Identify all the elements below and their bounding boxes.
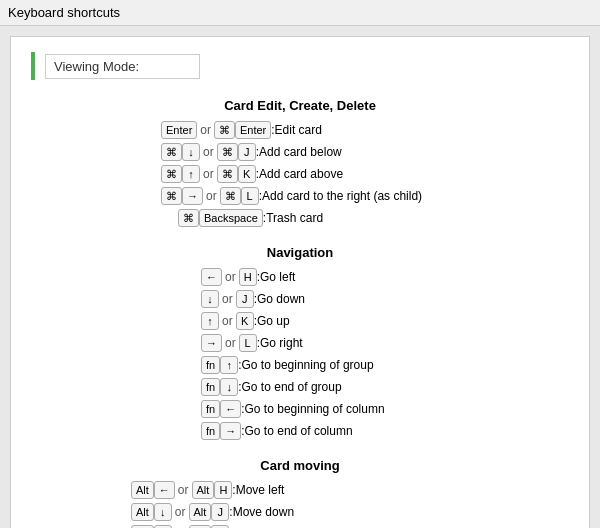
shortcut-row: Enter or ⌘ Enter :Edit card xyxy=(161,121,569,139)
kbd-down: ↓ xyxy=(154,503,172,521)
viewing-mode-label: Viewing Mode: xyxy=(45,54,200,79)
kbd-cmd2: ⌘ xyxy=(220,187,241,205)
kbd-alt2: Alt xyxy=(192,481,215,499)
shortcut-row: fn → :Go to end of column xyxy=(201,422,569,440)
shortcut-row: → or L :Go right xyxy=(201,334,569,352)
kbd-cmd: ⌘ xyxy=(161,143,182,161)
shortcut-row: ⌘ Backspace :Trash card xyxy=(178,209,569,227)
shortcut-row: fn ↓ :Go to end of group xyxy=(201,378,569,396)
kbd-l: L xyxy=(241,187,259,205)
kbd-k: K xyxy=(236,312,254,330)
kbd-cmd: ⌘ xyxy=(178,209,199,227)
kbd-cmd: ⌘ xyxy=(161,165,182,183)
kbd-left: ← xyxy=(220,400,241,418)
shortcut-row: ↑ or K :Go up xyxy=(201,312,569,330)
kbd-up: ↑ xyxy=(220,356,238,374)
kbd-j: J xyxy=(238,143,256,161)
kbd-left: ← xyxy=(154,481,175,499)
kbd-fn: fn xyxy=(201,422,220,440)
shortcut-row: ↓ or J :Go down xyxy=(201,290,569,308)
kbd-up: ↑ xyxy=(182,165,200,183)
kbd-backspace: Backspace xyxy=(199,209,263,227)
shortcut-row: ⌘ → or ⌘ L :Add card to the right (as ch… xyxy=(161,187,569,205)
kbd-enter2: Enter xyxy=(235,121,271,139)
kbd-h: H xyxy=(214,481,232,499)
shortcut-row: ← or H :Go left xyxy=(201,268,569,286)
kbd-up: ↑ xyxy=(201,312,219,330)
navigation-title: Navigation xyxy=(31,245,569,260)
kbd-fn: fn xyxy=(201,400,220,418)
page-title: Keyboard shortcuts xyxy=(8,5,120,20)
viewing-mode-bar: Viewing Mode: xyxy=(31,52,569,80)
kbd-j: J xyxy=(211,503,229,521)
shortcut-row: Alt ↓ or Alt J :Move down xyxy=(131,503,569,521)
shortcuts-panel: Viewing Mode: Card Edit, Create, Delete … xyxy=(10,36,590,528)
kbd-right: → xyxy=(182,187,203,205)
kbd-alt2: Alt xyxy=(189,503,212,521)
kbd-right: → xyxy=(220,422,241,440)
shortcut-row: fn ↑ :Go to beginning of group xyxy=(201,356,569,374)
kbd-cmd2: ⌘ xyxy=(217,143,238,161)
kbd-fn: fn xyxy=(201,378,220,396)
green-accent-bar xyxy=(31,52,35,80)
kbd-cmd2: ⌘ xyxy=(217,165,238,183)
navigation-section: Navigation ← or H :Go left ↓ or J :Go do… xyxy=(31,245,569,440)
title-bar: Keyboard shortcuts xyxy=(0,0,600,26)
kbd-alt: Alt xyxy=(131,481,154,499)
card-moving-title: Card moving xyxy=(31,458,569,473)
kbd-j: J xyxy=(236,290,254,308)
card-edit-title: Card Edit, Create, Delete xyxy=(31,98,569,113)
kbd-down: ↓ xyxy=(220,378,238,396)
shortcut-row: fn ← :Go to beginning of column xyxy=(201,400,569,418)
kbd-k: K xyxy=(238,165,256,183)
card-moving-section: Card moving Alt ← or Alt H :Move left Al… xyxy=(31,458,569,528)
kbd-alt: Alt xyxy=(131,503,154,521)
kbd-down: ↓ xyxy=(201,290,219,308)
shortcut-row: Alt ← or Alt H :Move left xyxy=(131,481,569,499)
kbd-down: ↓ xyxy=(182,143,200,161)
kbd-cmd: ⌘ xyxy=(214,121,235,139)
kbd-right: → xyxy=(201,334,222,352)
kbd-cmd: ⌘ xyxy=(161,187,182,205)
kbd-l: L xyxy=(239,334,257,352)
main-content: Viewing Mode: Card Edit, Create, Delete … xyxy=(0,26,600,528)
shortcut-row: ⌘ ↓ or ⌘ J :Add card below xyxy=(161,143,569,161)
kbd-left: ← xyxy=(201,268,222,286)
card-edit-section: Card Edit, Create, Delete Enter or ⌘ Ent… xyxy=(31,98,569,227)
kbd-h: H xyxy=(239,268,257,286)
shortcut-row: ⌘ ↑ or ⌘ K :Add card above xyxy=(161,165,569,183)
kbd-enter: Enter xyxy=(161,121,197,139)
kbd-fn: fn xyxy=(201,356,220,374)
